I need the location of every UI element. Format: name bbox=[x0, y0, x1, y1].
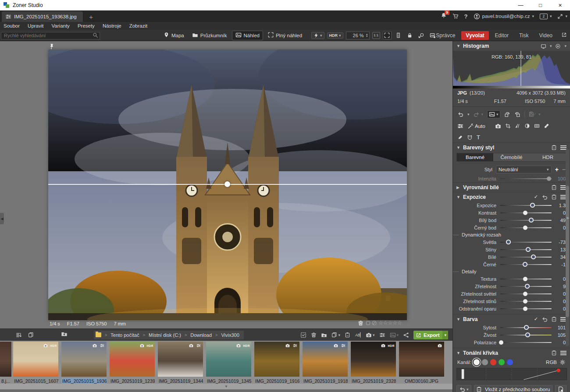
thumbnail-IMG-20251019-134406-j-[interactable]: IMG_20251019_134406.j... bbox=[158, 342, 203, 384]
thumbnail-IMG-20251015-193638-j-[interactable]: IMG_20251015_193638.j... bbox=[61, 342, 107, 384]
thumbnail-IMG-20251019-232845-j-[interactable]: HDRIMG_20251019_232845.j... bbox=[351, 342, 396, 384]
tone-curve-preview[interactable] bbox=[456, 368, 566, 382]
slider-track[interactable] bbox=[500, 247, 552, 252]
slider-knob[interactable] bbox=[523, 307, 527, 311]
style-dropdown[interactable]: Neutrální ▾ bbox=[496, 166, 552, 173]
paste-icon[interactable] bbox=[345, 332, 350, 338]
slider-knob[interactable] bbox=[529, 218, 534, 222]
channel-dot-white[interactable] bbox=[474, 359, 480, 365]
develop-tool-button[interactable] bbox=[457, 123, 463, 129]
undo-edit-button[interactable]: ▾ bbox=[456, 385, 471, 392]
close-button[interactable]: × bbox=[550, 0, 570, 11]
straighten-tool-button[interactable] bbox=[515, 123, 520, 129]
slider-track[interactable] bbox=[500, 299, 552, 304]
menu-item-nástroje[interactable]: Nástroje bbox=[103, 23, 121, 28]
star-rating[interactable]: ☆☆☆☆☆ bbox=[378, 320, 402, 326]
camera-raw-button[interactable]: ▾ bbox=[366, 332, 375, 338]
new-folder-icon[interactable] bbox=[321, 332, 327, 338]
channel-dot-green[interactable] bbox=[499, 359, 505, 365]
zoom-1-1-button[interactable]: 1:1 bbox=[372, 32, 380, 39]
copy-pages-icon[interactable] bbox=[28, 332, 34, 338]
thumbnail-IMG-20251019-191627-j-[interactable]: IMG_20251019_191627.j... bbox=[254, 342, 299, 384]
undock-module-icon[interactable] bbox=[561, 32, 567, 39]
slider-track[interactable] bbox=[500, 325, 552, 330]
slider-track[interactable] bbox=[500, 284, 552, 289]
zoom-steppers[interactable]: ▲▼ bbox=[366, 33, 368, 38]
slider-knob[interactable] bbox=[531, 254, 536, 259]
clone-tool-button[interactable] bbox=[524, 123, 530, 129]
section-menu-icon[interactable] bbox=[560, 145, 566, 150]
thumbnail-IMG-20251019-123938-j-[interactable]: HDRIMG_20251019_123938.j... bbox=[110, 342, 155, 384]
slider-knob[interactable] bbox=[523, 226, 527, 230]
panel-scrollbar[interactable] bbox=[566, 149, 569, 346]
overlay-icon[interactable] bbox=[555, 43, 561, 49]
slider-knob[interactable] bbox=[526, 247, 531, 252]
gear-icon[interactable] bbox=[559, 359, 566, 365]
white-balance-header[interactable]: ▶ Vyrovnání bílé bbox=[453, 182, 570, 192]
slider-track[interactable] bbox=[500, 210, 552, 215]
search-input[interactable] bbox=[1, 32, 100, 39]
help-button[interactable]: ? bbox=[464, 13, 468, 20]
view-button-pln-n-hled[interactable]: Plný náhled bbox=[265, 31, 305, 39]
thumbnail-OMD30160-JPG[interactable]: OMD30160.JPG bbox=[399, 342, 444, 384]
thumbnail-IMG-20251019-191824-j-[interactable]: IMG_20251019_191824.j... bbox=[303, 342, 348, 384]
slider-track[interactable] bbox=[500, 332, 552, 337]
filmstrip-scrollbar[interactable] bbox=[0, 389, 452, 392]
account-menu[interactable]: pavel.trousil@chip.cz ▾ bbox=[474, 13, 534, 20]
preview-mode-button[interactable]: ▾ bbox=[487, 110, 500, 118]
copy-settings-icon[interactable] bbox=[551, 350, 557, 356]
enabled-checkbox[interactable]: ✓ bbox=[534, 194, 538, 200]
text-tool-button[interactable]: T bbox=[477, 134, 480, 141]
healing-tool-button[interactable] bbox=[544, 123, 549, 129]
exposure-header[interactable]: ▼ Expozice ✓ bbox=[453, 192, 570, 201]
folder-up-icon[interactable] bbox=[61, 331, 68, 337]
slider-knob[interactable] bbox=[523, 299, 527, 304]
cart-icon[interactable] bbox=[452, 13, 459, 19]
collapse-right-panel-arrow[interactable]: ▶ bbox=[566, 212, 570, 223]
zoom-control[interactable]: 26 % ▲▼ bbox=[346, 32, 370, 39]
breadcrumb-item[interactable]: Místní disk (C:) bbox=[149, 332, 181, 338]
auto-enhance-button[interactable]: Auto bbox=[467, 123, 485, 129]
rotate-right-button[interactable] bbox=[514, 111, 520, 117]
share-icon[interactable] bbox=[403, 332, 409, 338]
slider-knob[interactable] bbox=[547, 177, 551, 181]
divider-handle[interactable] bbox=[224, 181, 230, 187]
color-style-header[interactable]: ▼ Barevný styl bbox=[453, 142, 570, 152]
maximize-button[interactable]: □ bbox=[531, 0, 550, 11]
slider-knob[interactable] bbox=[523, 277, 527, 281]
trash-icon[interactable] bbox=[311, 332, 317, 338]
mask-tool-button[interactable] bbox=[467, 134, 473, 140]
thumbnail-8-j-[interactable]: 8.j... bbox=[0, 342, 11, 384]
histogram-header[interactable]: ▼ Histogram ▾ ▾ bbox=[453, 41, 570, 51]
brush-tool-button[interactable] bbox=[457, 134, 463, 140]
lock-button[interactable] bbox=[406, 31, 414, 39]
export-button[interactable]: Export ▾ bbox=[413, 331, 448, 339]
slider-track[interactable] bbox=[500, 225, 552, 230]
notifications-button[interactable]: 5 bbox=[441, 12, 447, 20]
thumbnail-IMG-20251019-134532-j-[interactable]: HDRIMG_20251019_134532.j... bbox=[206, 342, 251, 384]
slider-track[interactable] bbox=[500, 291, 552, 296]
tone-curve-header[interactable]: ▼ Tonální křivka bbox=[453, 348, 570, 357]
document-tab[interactable]: IMG_20251015_193638.jpg bbox=[2, 11, 83, 22]
rating-controls[interactable]: ☆☆☆☆☆ bbox=[366, 320, 402, 326]
slider-knob[interactable] bbox=[525, 284, 530, 289]
file-settings-button[interactable] bbox=[555, 385, 566, 392]
hdr-button[interactable]: HDR ▾ bbox=[327, 32, 343, 39]
rename-icon[interactable]: AB bbox=[355, 332, 361, 338]
module-tab-video[interactable]: Video bbox=[535, 31, 557, 40]
reset-icon[interactable] bbox=[542, 194, 548, 200]
copy-button[interactable]: ▾ bbox=[331, 332, 340, 338]
slider-track[interactable] bbox=[500, 276, 552, 281]
proof-icon[interactable] bbox=[541, 43, 546, 49]
compare-zoom-button[interactable] bbox=[417, 31, 426, 39]
color-header[interactable]: ▼ Barva ✓ bbox=[453, 314, 570, 324]
slider-track[interactable] bbox=[500, 340, 552, 345]
breadcrumb-item[interactable]: Download bbox=[190, 332, 212, 338]
view-button-pr-zkumn-k[interactable]: Průzkumník bbox=[189, 31, 230, 40]
undo-button[interactable] bbox=[457, 111, 463, 117]
style-tab-hdr[interactable]: HDR bbox=[530, 153, 566, 161]
module-tab-tisk[interactable]: Tisk bbox=[515, 31, 533, 40]
view-button-mapa[interactable]: Mapa bbox=[160, 31, 187, 39]
filmstrip-collapse-arrow[interactable]: ▼ bbox=[0, 384, 452, 389]
camera-tool-button[interactable] bbox=[495, 123, 501, 129]
